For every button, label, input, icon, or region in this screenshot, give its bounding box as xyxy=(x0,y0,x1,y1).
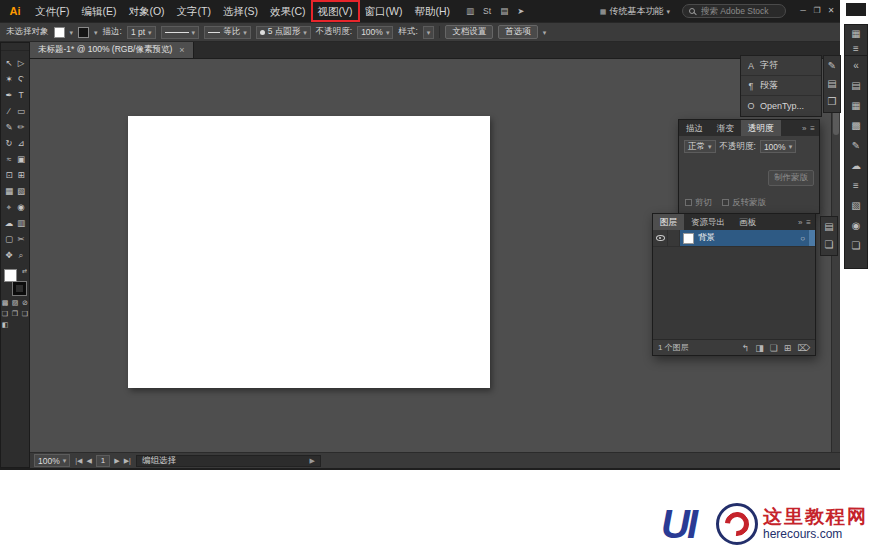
workspace-switcher[interactable]: ▦ 传统基本功能 ▾ xyxy=(600,5,670,18)
layer-name[interactable]: 背景 xyxy=(698,232,715,244)
maximize-button[interactable]: ❐ xyxy=(810,1,824,21)
width-profile-select[interactable]: 等比 ▾ xyxy=(204,26,251,39)
draw-normal-button[interactable]: ❏ xyxy=(1,310,9,318)
menu-type[interactable]: 文字(T) xyxy=(171,1,217,21)
brushes-panel-icon[interactable]: ✎ xyxy=(852,140,860,152)
column-graph-tool[interactable]: ▥ xyxy=(15,215,27,231)
swatches-panel-icon[interactable]: ▩ xyxy=(851,120,860,132)
stroke-swatch[interactable] xyxy=(13,282,26,295)
document-setup-button[interactable]: 文档设置 xyxy=(445,25,493,39)
panel-opacity-select[interactable]: 100% ▾ xyxy=(760,140,796,153)
collapse-panels-icon[interactable]: « xyxy=(853,60,859,72)
fill-color-swatch[interactable] xyxy=(54,27,65,38)
menu-help[interactable]: 帮助(H) xyxy=(409,1,457,21)
new-layer-icon[interactable]: ⊞ xyxy=(784,343,792,353)
stock-search[interactable] xyxy=(682,4,786,18)
type-tool[interactable]: T xyxy=(15,87,27,103)
delete-layer-icon[interactable]: ⌦ xyxy=(797,343,810,353)
none-mode-button[interactable]: ⊘ xyxy=(21,299,29,307)
artboard[interactable] xyxy=(128,116,490,388)
width-tool[interactable]: ≈ xyxy=(3,151,15,167)
menu-file[interactable]: 文件(F) xyxy=(29,1,75,21)
gradient-panel-icon[interactable]: ▧ xyxy=(851,200,860,212)
layout-icon[interactable]: ▥ xyxy=(466,6,474,16)
menu-window[interactable]: 窗口(W) xyxy=(359,1,409,21)
direct-selection-tool[interactable]: ▷ xyxy=(15,55,27,71)
symbols-panel-icon[interactable]: ☁ xyxy=(851,160,861,172)
panel-menu-icon[interactable]: ≡ xyxy=(806,218,811,227)
rectangle-tool[interactable]: ▭ xyxy=(15,103,27,119)
asset-export-panel-icon[interactable]: ▤ xyxy=(824,221,833,233)
lock-toggle[interactable] xyxy=(668,230,680,246)
magic-wand-tool[interactable]: ✶ xyxy=(3,71,15,87)
collect-export-icon[interactable]: ↰ xyxy=(742,343,750,353)
paintbrush-tool[interactable]: ✎ xyxy=(3,119,15,135)
opentype-panel-button[interactable]: O OpenTyp... xyxy=(741,96,821,116)
libraries-panel-icon[interactable]: ❐ xyxy=(828,96,837,108)
preferences-button[interactable]: 首选项 xyxy=(498,25,538,39)
next-artboard-button[interactable]: ▶ xyxy=(114,457,119,465)
lasso-tool[interactable]: Ϛ xyxy=(15,71,27,87)
pen-tool[interactable]: ✒ xyxy=(3,87,15,103)
menu-view[interactable]: 视图(V) xyxy=(312,1,359,21)
paragraph-panel-button[interactable]: ¶ 段落 xyxy=(741,76,821,96)
minimize-button[interactable]: ─ xyxy=(796,1,810,21)
stroke-style-select[interactable]: ▾ xyxy=(161,26,200,39)
opacity-select[interactable]: 100% ▾ xyxy=(357,26,393,39)
close-tab-icon[interactable]: × xyxy=(179,45,184,55)
artboards-panel-icon[interactable]: ❏ xyxy=(825,239,834,251)
menu-edit[interactable]: 编辑(E) xyxy=(75,1,122,21)
target-circle-icon[interactable]: ○ xyxy=(800,234,805,243)
last-artboard-button[interactable]: ▶| xyxy=(124,457,131,465)
draw-behind-button[interactable]: ❐ xyxy=(11,310,19,318)
clip-checkbox[interactable]: 剪切 xyxy=(685,197,712,209)
slice-tool[interactable]: ✂ xyxy=(15,231,27,247)
selection-tool[interactable]: ↖ xyxy=(3,55,15,71)
zoom-tool[interactable]: ⌕ xyxy=(15,247,27,263)
line-segment-tool[interactable]: ∕ xyxy=(3,103,15,119)
character-panel-button[interactable]: A 字符 xyxy=(741,56,821,76)
search-input[interactable] xyxy=(699,5,779,17)
tab-stroke[interactable]: 描边 xyxy=(679,120,710,136)
invert-mask-checkbox[interactable]: 反转蒙版 xyxy=(722,197,766,209)
scale-tool[interactable]: ⊿ xyxy=(15,135,27,151)
artboard-tool[interactable]: ▢ xyxy=(3,231,15,247)
tab-layers[interactable]: 图层 xyxy=(653,214,684,230)
appearance-panel-icon[interactable]: ◉ xyxy=(852,220,861,232)
rotate-tool[interactable]: ↻ xyxy=(3,135,15,151)
swatches-panel-icon[interactable]: ▤ xyxy=(827,78,836,90)
make-mask-button[interactable]: 制作蒙版 xyxy=(768,170,814,186)
shape-builder-tool[interactable]: ⊡ xyxy=(3,167,15,183)
layer-selected-area[interactable]: 背景 ○ xyxy=(680,230,808,246)
style-select[interactable]: ▾ xyxy=(423,26,435,39)
graphic-styles-panel-icon[interactable]: ❏ xyxy=(852,240,861,252)
share-icon[interactable]: ➤ xyxy=(517,6,524,16)
panel-menu-icon[interactable]: ≡ xyxy=(810,124,815,133)
brushes-panel-icon[interactable]: ✎ xyxy=(828,60,836,72)
document-tab[interactable]: 未标题-1* @ 100% (RGB/像素预览) × xyxy=(30,42,194,58)
tab-asset-export[interactable]: 资源导出 xyxy=(684,214,732,230)
panel-grip[interactable] xyxy=(1,43,29,51)
collapse-panel-icon[interactable]: » xyxy=(798,218,802,227)
gradient-tool[interactable]: ▧ xyxy=(15,183,27,199)
prev-artboard-button[interactable]: ◀ xyxy=(86,457,91,465)
status-menu-arrow-icon[interactable]: ▶ xyxy=(310,457,315,465)
symbol-sprayer-tool[interactable]: ☁ xyxy=(3,215,15,231)
blend-tool[interactable]: ◉ xyxy=(15,199,27,215)
stroke-chevron-icon[interactable]: ▾ xyxy=(94,29,98,36)
more-controls-icon[interactable]: ▾ xyxy=(543,29,547,36)
hand-tool[interactable]: ✥ xyxy=(3,247,15,263)
swap-fill-stroke-icon[interactable]: ⇄ xyxy=(22,267,27,274)
visibility-toggle[interactable] xyxy=(653,230,668,246)
eyedropper-tool[interactable]: ⌖ xyxy=(3,199,15,215)
dock-menu-icon[interactable]: ≡ xyxy=(853,43,859,55)
layer-row[interactable]: 背景 ○ xyxy=(653,230,815,247)
close-button[interactable]: ✕ xyxy=(824,1,838,21)
artboard-number-select[interactable]: 1 xyxy=(96,455,110,467)
dock-grid-icon[interactable]: ▦ xyxy=(851,28,860,40)
tab-gradient[interactable]: 渐变 xyxy=(710,120,741,136)
first-artboard-button[interactable]: |◀ xyxy=(75,457,82,465)
make-clip-mask-icon[interactable]: ◨ xyxy=(755,343,764,353)
fill-swatch[interactable] xyxy=(4,269,17,282)
tab-artboards[interactable]: 画板 xyxy=(732,214,763,230)
